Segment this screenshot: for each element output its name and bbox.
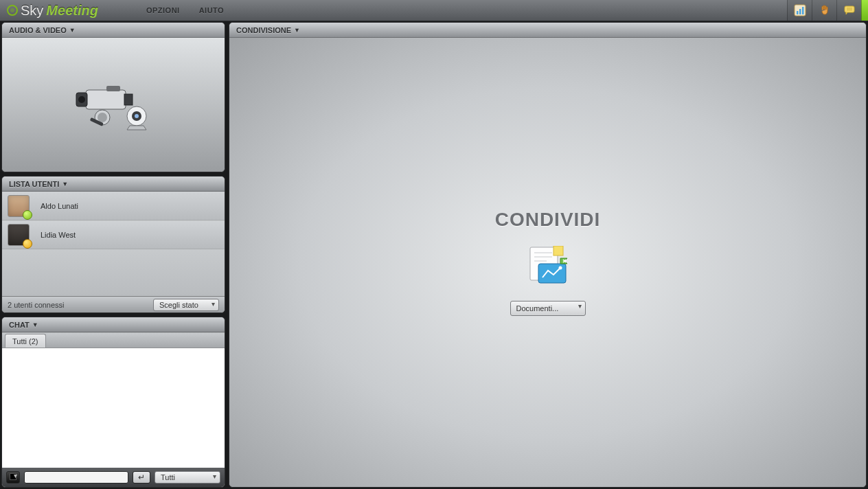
connection-status-light	[861, 0, 868, 21]
status-select[interactable]: Scegli stato	[153, 299, 219, 311]
chat-panel: CHAT ▼ Tutti (2) ↵ Tutti	[1, 317, 225, 488]
avatar-wrap	[8, 195, 30, 217]
share-title: CONDIVISIONE	[236, 26, 291, 34]
chat-target-label: Tutti	[161, 473, 175, 481]
chat-target-select[interactable]: Tutti	[155, 471, 220, 484]
top-menu: OPZIONI AIUTO	[146, 6, 224, 14]
share-body: CONDIVIDI D	[229, 38, 866, 487]
presence-online-icon	[23, 210, 32, 220]
raise-hand-button[interactable]	[812, 0, 836, 21]
left-column: AUDIO & VIDEO ▼	[1, 22, 225, 488]
share-panel: CONDIVISIONE ▼ CONDIVIDI	[229, 22, 867, 488]
top-right-icons	[787, 0, 868, 21]
audio-video-panel: AUDIO & VIDEO ▼	[1, 22, 225, 172]
presence-moderator-icon	[23, 239, 32, 249]
user-list-header[interactable]: LISTA UTENTI ▼	[2, 177, 225, 192]
audio-video-header[interactable]: AUDIO & VIDEO ▼	[2, 23, 225, 38]
logo-text-sky: Sky	[21, 3, 43, 19]
share-header[interactable]: CONDIVISIONE ▼	[229, 23, 866, 38]
raise-hand-icon	[819, 4, 831, 16]
svg-point-17	[135, 114, 139, 118]
logo-text-meeting: Meeting	[46, 3, 98, 19]
poll-icon	[794, 4, 806, 16]
chat-bubble-icon	[843, 4, 856, 16]
user-list-spacer	[2, 249, 225, 296]
user-list-body: Aldo Lunati Lidia West 2 utenti connessi…	[2, 192, 225, 312]
audio-video-title: AUDIO & VIDEO	[9, 26, 67, 34]
user-row[interactable]: Lidia West	[2, 220, 225, 249]
documents-select[interactable]: Documenti...	[510, 301, 586, 316]
send-button[interactable]: ↵	[133, 471, 150, 484]
chat-tabs: Tutti (2)	[2, 332, 225, 348]
top-bar: SkyMeeting OPZIONI AIUTO	[0, 0, 868, 21]
chat-input[interactable]	[24, 471, 128, 484]
connected-count-label: 2 utenti connessi	[8, 301, 65, 309]
documents-select-label: Documenti...	[516, 304, 559, 312]
user-row[interactable]: Aldo Lunati	[2, 192, 225, 220]
svg-rect-2	[799, 9, 801, 14]
svg-point-9	[78, 96, 85, 103]
chat-tab-label: Tutti (2)	[12, 337, 38, 345]
svg-point-13	[98, 113, 107, 122]
avatar-wrap	[8, 224, 30, 246]
user-name: Aldo Lunati	[41, 202, 78, 210]
logo-icon	[7, 5, 18, 16]
chevron-down-icon: ▼	[294, 27, 300, 34]
chevron-down-icon: ▼	[32, 321, 38, 328]
menu-options[interactable]: OPZIONI	[146, 6, 180, 14]
enter-icon: ↵	[138, 473, 145, 482]
poll-button[interactable]	[787, 0, 812, 21]
chat-title: CHAT	[9, 321, 30, 329]
svg-rect-11	[106, 86, 120, 91]
chat-toggle-button[interactable]	[836, 0, 861, 21]
user-list-title: LISTA UTENTI	[9, 180, 59, 188]
svg-rect-7	[86, 90, 126, 109]
user-list-panel: LISTA UTENTI ▼ Aldo Lunati Lidia We	[1, 176, 225, 313]
svg-point-24	[558, 266, 562, 270]
camera-mic-webcam-icon	[65, 78, 161, 133]
chat-header[interactable]: CHAT ▼	[2, 317, 225, 332]
text-color-picker[interactable]	[6, 471, 20, 484]
menu-help[interactable]: AIUTO	[199, 6, 225, 14]
svg-rect-4	[845, 6, 854, 12]
app-logo: SkyMeeting	[0, 3, 105, 19]
svg-rect-22	[553, 246, 563, 255]
chat-tab-all[interactable]: Tutti (2)	[5, 334, 46, 348]
svg-rect-1	[797, 11, 799, 14]
svg-rect-10	[124, 94, 133, 105]
chevron-down-icon: ▼	[62, 181, 68, 187]
share-document-icon	[526, 246, 570, 286]
workspace: AUDIO & VIDEO ▼	[0, 21, 868, 489]
user-name: Lidia West	[41, 231, 76, 239]
chevron-down-icon: ▼	[69, 27, 76, 34]
status-select-label: Scegli stato	[159, 301, 198, 309]
user-list-footer: 2 utenti connessi Scegli stato	[2, 296, 225, 312]
chat-messages-area[interactable]	[2, 348, 225, 468]
svg-rect-3	[802, 7, 804, 14]
audio-video-body	[2, 38, 225, 172]
chat-footer: ↵ Tutti	[2, 468, 225, 487]
right-column: CONDIVISIONE ▼ CONDIVIDI	[229, 22, 867, 488]
swatch-black-icon	[10, 473, 16, 480]
share-headline: CONDIVIDI	[495, 209, 601, 231]
